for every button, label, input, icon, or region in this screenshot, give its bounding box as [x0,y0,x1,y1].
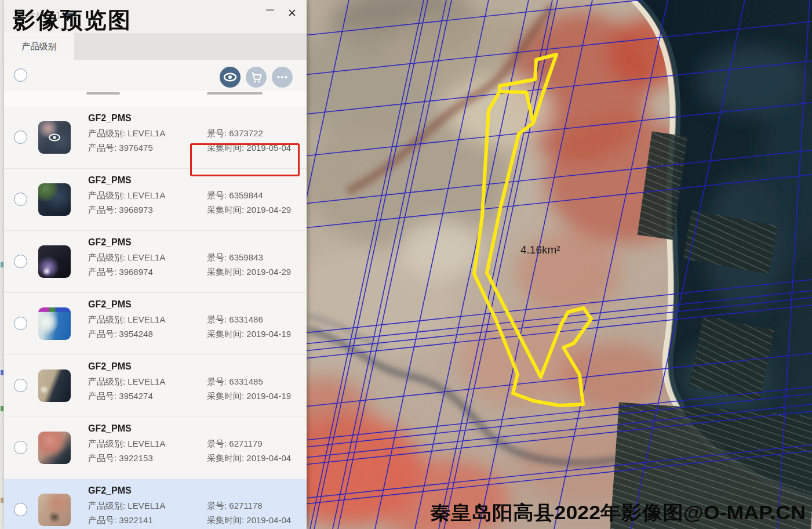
minimize-button[interactable]: ─ [261,1,279,19]
list-item[interactable]: GF2_PMS产品级别: LEVEL1A产品号: 3968974景号: 6359… [4,230,307,292]
product-list: GF2_PMS产品级别: LEVEL1A产品号: 3976475景号: 6373… [4,107,307,529]
item-sensor: GF2_PMS [88,113,132,124]
item-scene-no: 景号: 6373722 [207,128,263,139]
cart-icon [246,67,267,88]
map-watermark: 秦皇岛阳高县2022年影像图@O-MAP.CN [430,502,806,523]
item-radio[interactable] [14,503,27,516]
eye-overlay-icon [48,131,61,144]
item-product-level: 产品级别: LEVEL1A [88,314,165,325]
item-radio[interactable] [14,379,27,392]
item-product-no: 产品号: 3922153 [88,453,153,464]
tab-strip: 产品级别 [4,33,307,60]
item-product-no: 产品号: 3976475 [88,143,153,154]
tab-product-level[interactable]: 产品级别 [4,33,74,60]
item-thumbnail[interactable] [38,494,71,526]
item-product-level: 产品级别: LEVEL1A [88,252,165,263]
eye-icon [220,67,241,88]
list-item[interactable]: GF2_PMS产品级别: LEVEL1A产品号: 3954248景号: 6331… [4,292,307,354]
item-collect-time: 采集时间: 2019-05-04 [207,143,291,154]
sliver-mark [1,262,3,267]
item-scene-no: 景号: 6331486 [207,314,263,325]
item-sensor: GF2_PMS [88,299,132,310]
item-sensor: GF2_PMS [88,175,132,186]
list-item[interactable]: GF2_PMS产品级别: LEVEL1A产品号: 3922141景号: 6271… [4,479,307,529]
item-product-level: 产品级别: LEVEL1A [88,501,165,512]
item-radio[interactable] [14,317,27,330]
item-scene-no: 景号: 6271179 [207,439,263,450]
item-product-no: 产品号: 3968973 [88,205,153,216]
ellipsis-icon [272,67,293,88]
item-product-no: 产品号: 3922141 [88,515,153,526]
item-scene-no: 景号: 6271178 [207,501,263,512]
item-product-no: 产品号: 3954274 [88,391,153,402]
page-title: 影像预览图 [13,5,132,36]
list-toolbar [4,60,307,91]
item-collect-time: 采集时间: 2019-04-29 [207,267,291,278]
item-product-level: 产品级别: LEVEL1A [88,190,165,201]
select-all-radio[interactable] [14,68,27,82]
item-product-level: 产品级别: LEVEL1A [88,439,165,450]
item-thumbnail[interactable] [38,369,71,402]
item-radio[interactable] [14,193,27,206]
list-item[interactable]: GF2_PMS产品级别: LEVEL1A产品号: 3954274景号: 6331… [4,354,307,416]
item-radio[interactable] [14,131,27,144]
item-product-level: 产品级别: LEVEL1A [88,128,165,139]
list-item[interactable]: GF2_PMS产品级别: LEVEL1A产品号: 3968973景号: 6359… [4,168,307,230]
image-preview-panel: 光学结果1 ─ ✕ 影像预览图 产品级别 [4,0,307,529]
item-radio[interactable] [14,441,27,454]
list-item[interactable]: GF2_PMS产品级别: LEVEL1A产品号: 3922153景号: 6271… [4,416,307,479]
item-radio[interactable] [14,255,27,268]
item-thumbnail[interactable] [38,432,71,464]
item-product-no: 产品号: 3954248 [88,329,153,340]
item-product-level: 产品级别: LEVEL1A [88,376,165,387]
item-collect-time: 采集时间: 2019-04-04 [207,453,291,464]
item-product-no: 产品号: 3968974 [88,267,153,278]
more-options-button[interactable] [272,67,293,88]
sliver-mark [1,370,3,375]
item-scene-no: 景号: 6331485 [207,376,263,387]
item-collect-time: 采集时间: 2019-04-29 [207,205,291,216]
background-window-sliver [0,0,4,529]
item-thumbnail[interactable] [38,183,71,216]
item-thumbnail[interactable] [38,245,71,278]
item-thumbnail[interactable] [38,121,71,154]
preview-eye-button[interactable] [220,67,241,88]
item-scene-no: 景号: 6359844 [207,190,263,201]
item-scene-no: 景号: 6359843 [207,252,263,263]
item-sensor: GF2_PMS [88,237,132,248]
item-sensor: GF2_PMS [88,361,132,372]
item-collect-time: 采集时间: 2019-04-04 [207,515,291,526]
clipped-list-row [4,91,307,107]
add-to-cart-button[interactable] [246,67,267,88]
list-item[interactable]: GF2_PMS产品级别: LEVEL1A产品号: 3976475景号: 6373… [4,107,307,168]
close-button[interactable]: ✕ [283,5,301,22]
item-sensor: GF2_PMS [88,485,132,496]
sliver-mark [1,406,3,411]
sliver-mark [1,498,3,503]
item-thumbnail[interactable] [38,307,71,340]
item-collect-time: 采集时间: 2019-04-19 [207,391,291,402]
item-collect-time: 采集时间: 2019-04-19 [207,329,291,340]
item-sensor: GF2_PMS [88,423,132,434]
area-measure-label: 4.16km² [520,244,560,256]
